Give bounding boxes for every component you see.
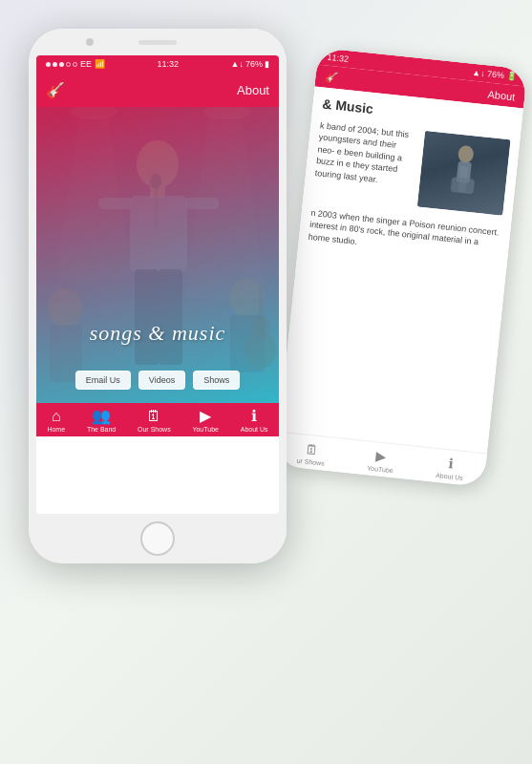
email-button[interactable]: Email Us	[75, 371, 131, 390]
phone-screen: EE 📶 11:32 ▲↓ 76% ▮ 🎸 About	[36, 55, 279, 514]
nav-item-shows[interactable]: 🗓 Our Shows	[138, 409, 171, 433]
signal-dot-3	[59, 62, 64, 67]
nav-item-about[interactable]: ℹ About Us	[241, 409, 268, 433]
battery-pct: 76%	[245, 59, 263, 69]
signal-dot-1	[46, 62, 51, 67]
home-button[interactable]	[140, 521, 175, 556]
back-nav-title: About	[487, 88, 516, 102]
hero-section: songs & music Email Us Videos Shows	[36, 107, 279, 403]
phone-speaker	[138, 40, 177, 45]
nav-item-band[interactable]: 👥 The Band	[87, 409, 116, 433]
svg-rect-3	[451, 177, 476, 194]
hero-overlay	[36, 107, 279, 403]
hero-title: songs & music	[36, 321, 279, 346]
back-shows-label: ur Shows	[296, 457, 325, 467]
bottom-nav: ⌂ Home 👥 The Band 🗓 Our Shows ▶ YouTube …	[36, 403, 279, 436]
back-guitar-player-svg	[422, 136, 505, 210]
status-right: ▲↓ 76% ▮	[231, 59, 269, 69]
back-content: & Music k band of 2004; but this youngst…	[297, 86, 523, 270]
back-hero-image	[417, 130, 511, 215]
back-time: 11:32	[327, 53, 349, 64]
about-icon: ℹ	[251, 409, 257, 424]
videos-button[interactable]: Videos	[138, 371, 185, 390]
signal-dots	[46, 62, 77, 67]
carrier-label: EE	[80, 59, 92, 69]
phone-camera	[86, 38, 94, 46]
band-icon: 👥	[92, 409, 111, 424]
about-label: About Us	[241, 426, 268, 433]
shows-icon: 🗓	[146, 409, 161, 424]
back-shows-icon: 🗓	[305, 441, 320, 457]
nav-item-home[interactable]: ⌂ Home	[47, 409, 65, 433]
back-nav-about[interactable]: ℹ About Us	[436, 455, 465, 481]
shows-button[interactable]: Shows	[193, 371, 240, 390]
action-buttons-group: Email Us Videos Shows	[36, 371, 279, 390]
signal-dot-4	[66, 62, 71, 67]
back-youtube-icon: ▶	[375, 448, 388, 464]
status-time: 11:32	[158, 59, 180, 69]
back-nav-our-shows[interactable]: 🗓 ur Shows	[296, 440, 327, 467]
home-icon: ⌂	[52, 409, 61, 424]
back-nav-youtube[interactable]: ▶ YouTube	[367, 448, 395, 475]
phone-front: EE 📶 11:32 ▲↓ 76% ▮ 🎸 About	[29, 29, 287, 563]
youtube-label: YouTube	[192, 426, 219, 433]
band-label: The Band	[87, 426, 116, 433]
nav-item-youtube[interactable]: ▶ YouTube	[192, 409, 219, 433]
back-youtube-label: YouTube	[367, 464, 394, 474]
signal-dot-5	[73, 62, 77, 67]
status-bar: EE 📶 11:32 ▲↓ 76% ▮	[36, 55, 279, 73]
svg-point-0	[458, 144, 475, 163]
back-guitar-icon: 🎸	[325, 71, 339, 84]
signal-arrows-icon: ▲↓	[231, 59, 244, 69]
battery-icon: ▮	[265, 59, 269, 69]
phone-back: 11:32 ▲↓ 76% 🔋 🎸 About & Music	[275, 48, 528, 488]
back-signal: ▲↓ 76% 🔋	[472, 68, 518, 82]
home-label: Home	[47, 426, 65, 433]
wifi-icon: 📶	[95, 59, 105, 69]
signal-dot-2	[53, 62, 57, 67]
youtube-icon: ▶	[200, 409, 211, 424]
nav-title: About	[237, 83, 269, 97]
status-left: EE 📶	[46, 59, 105, 69]
back-about-label: About Us	[436, 472, 463, 481]
guitar-icon: 🎸	[46, 81, 65, 99]
shows-label: Our Shows	[138, 426, 171, 433]
back-about-icon: ℹ	[448, 456, 455, 471]
nav-bar: 🎸 About	[36, 73, 279, 107]
